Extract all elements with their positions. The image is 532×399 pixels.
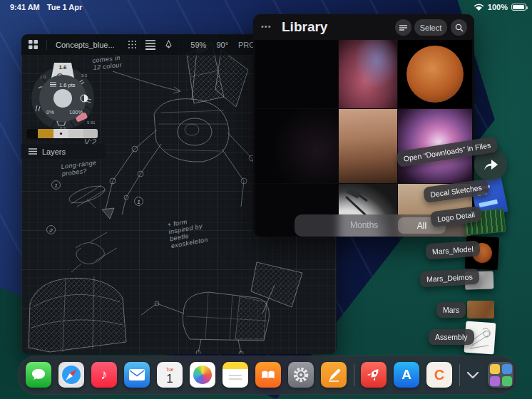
- dock-app-pen[interactable]: [321, 362, 347, 388]
- pen-nib-icon[interactable]: [164, 40, 173, 49]
- wheel-opacity-max: 100%: [69, 109, 83, 115]
- wifi-icon: [474, 4, 484, 11]
- document-title[interactable]: Concepts_blue...: [56, 41, 115, 49]
- drag-thumb-mars[interactable]: [467, 301, 494, 318]
- app-library-minigrid: [490, 364, 512, 386]
- drag-label-mars[interactable]: Mars: [436, 302, 466, 318]
- wheel-size-1: 1.0: [40, 75, 46, 79]
- color-swatch-gray1[interactable]: [68, 129, 83, 138]
- tool-wheel[interactable]: 1.6 1.0 3.5 5.91 6.9 1.6 pts: [29, 60, 97, 131]
- sketch-badge-1: 1: [51, 180, 61, 190]
- lines-tool-icon[interactable]: [145, 40, 155, 50]
- wheel-stroke-pts: 1.6 pts: [59, 82, 76, 88]
- date: Tue 1 Apr: [47, 3, 83, 11]
- dock-divider-1: [354, 364, 354, 386]
- dots-grid-icon[interactable]: [128, 40, 137, 49]
- dock-app-settings[interactable]: [288, 362, 314, 388]
- tab-months[interactable]: Months: [350, 220, 378, 230]
- rotation-angle[interactable]: 90°: [216, 41, 228, 49]
- dock-app-music[interactable]: ♪: [91, 362, 117, 388]
- appstore-a-icon: A: [401, 367, 411, 383]
- active-color-dot: [60, 133, 62, 135]
- mars-globe: [406, 46, 464, 103]
- zoom-level[interactable]: 59%: [190, 41, 206, 49]
- dock-app-photos[interactable]: [190, 362, 215, 388]
- library-header: ••• Library Select: [253, 14, 474, 40]
- clock: 9:41 AM: [10, 3, 40, 11]
- photo-dark-1[interactable]: [255, 40, 338, 108]
- status-bar: 9:41 AM Tue 1 Apr 100%: [0, 0, 532, 16]
- photo-mars-terrain[interactable]: [339, 109, 397, 183]
- dock-app-books[interactable]: [255, 362, 281, 388]
- window-options-dots[interactable]: •••: [261, 22, 272, 31]
- gallery-grid-icon[interactable]: [29, 40, 38, 49]
- dock-app-rocket[interactable]: [361, 362, 387, 388]
- layers-panel-header[interactable]: Layers: [21, 144, 106, 159]
- dock-app-library[interactable]: [488, 362, 513, 388]
- battery-percent: 100%: [488, 3, 508, 11]
- view-options-button[interactable]: [395, 19, 411, 36]
- dock-app-mail[interactable]: [124, 362, 150, 388]
- photo-horsehead-nebula[interactable]: [339, 40, 397, 108]
- layers-menu-icon: [29, 148, 37, 155]
- dock-app-c-swirl[interactable]: C: [426, 362, 452, 388]
- wheel-size-2: 3.5: [81, 73, 88, 78]
- calendar-weekday: Tue: [166, 367, 174, 372]
- select-button[interactable]: Select: [414, 19, 447, 36]
- color-swatch-light[interactable]: [53, 129, 68, 138]
- dock-app-safari[interactable]: [58, 362, 84, 388]
- sketch-badge-1b: 1: [134, 197, 143, 206]
- drag-label-assembly[interactable]: Assembly: [429, 329, 474, 345]
- c-swirl-icon: C: [434, 367, 444, 383]
- ipad-screen: 9:41 AM Tue 1 Apr 100%: [0, 0, 532, 399]
- chevron-down-icon: [467, 372, 479, 378]
- dock-app-appstore[interactable]: A: [394, 362, 419, 388]
- color-swatch-gray2[interactable]: [83, 129, 98, 138]
- dock: ♪ Tue 1 A C: [18, 356, 517, 395]
- search-button[interactable]: [451, 19, 467, 36]
- photos-flower-icon: [193, 366, 212, 384]
- wheel-selected-size: 1.6: [58, 64, 67, 71]
- dock-divider-2: [459, 364, 460, 386]
- wheel-size-3: 5.91: [87, 120, 96, 125]
- calendar-day: 1: [166, 372, 173, 385]
- color-palette-bar[interactable]: [27, 129, 98, 138]
- battery-icon: [511, 4, 526, 11]
- wheel-opacity-min: 0%: [46, 109, 54, 115]
- color-swatch-black[interactable]: [27, 129, 38, 138]
- layers-label: Layers: [42, 147, 66, 156]
- dock-app-messages[interactable]: [26, 362, 51, 388]
- share-arrow-icon: [483, 158, 498, 171]
- toolbar-separator: [46, 40, 47, 50]
- color-swatch-gold[interactable]: [38, 129, 53, 138]
- dock-chevron-button[interactable]: [465, 362, 481, 388]
- photo-dark-2[interactable]: [255, 109, 338, 183]
- sketch-badge-2: 2: [46, 225, 56, 234]
- dock-app-calendar[interactable]: Tue 1: [157, 362, 183, 388]
- photos-library-window: ••• Library Select Months All: [253, 14, 474, 237]
- library-title: Library: [282, 19, 327, 35]
- music-note-icon: ♪: [101, 367, 108, 383]
- drag-label-mars-deimos[interactable]: Mars_Deimos: [419, 269, 479, 287]
- photo-mars-planet[interactable]: [398, 40, 472, 108]
- dock-app-notes[interactable]: [222, 362, 248, 388]
